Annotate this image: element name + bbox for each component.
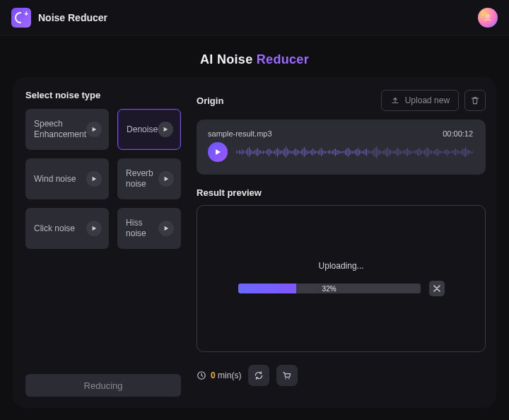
svg-point-0 bbox=[486, 15, 489, 18]
noise-type-label: Hiss noise bbox=[126, 218, 158, 239]
credits-unit: min(s) bbox=[218, 371, 241, 380]
origin-title: Origin bbox=[197, 95, 223, 106]
noise-type-title: Select noise type bbox=[25, 90, 181, 100]
close-icon bbox=[433, 285, 440, 292]
noise-type-label: Wind noise bbox=[34, 174, 76, 185]
noise-type-label: Speech Enhancement bbox=[34, 119, 86, 140]
noise-type-grid: Speech Enhancement Denoise Wind noise Re… bbox=[25, 109, 181, 249]
main-panel: Select noise type Speech Enhancement Den… bbox=[13, 77, 496, 408]
play-icon[interactable] bbox=[158, 171, 174, 187]
refresh-button[interactable] bbox=[248, 365, 269, 386]
upload-status-label: Uploading... bbox=[319, 261, 364, 271]
noise-type-click[interactable]: Click noise bbox=[25, 208, 109, 249]
noise-type-hiss[interactable]: Hiss noise bbox=[117, 208, 181, 249]
play-icon[interactable] bbox=[86, 221, 102, 236]
app-name: Noise Reducer bbox=[38, 12, 107, 23]
user-icon bbox=[484, 13, 492, 22]
origin-play-button[interactable] bbox=[208, 142, 228, 162]
result-title: Result preview bbox=[197, 187, 486, 198]
play-icon[interactable] bbox=[158, 122, 173, 137]
page-title: AI Noise Reducer bbox=[0, 35, 509, 77]
cart-icon bbox=[282, 371, 292, 380]
right-panel: Origin Upload new sample-result.mp3 00:0… bbox=[197, 90, 486, 397]
noise-type-denoise[interactable]: Denoise bbox=[117, 109, 181, 150]
play-icon[interactable] bbox=[86, 171, 102, 187]
clock-icon bbox=[197, 371, 206, 380]
trash-icon bbox=[470, 95, 480, 105]
svg-point-3 bbox=[289, 378, 291, 380]
reduce-button[interactable]: Reducing bbox=[25, 374, 181, 397]
app-logo: + bbox=[11, 8, 31, 28]
upload-new-label: Upload new bbox=[405, 95, 450, 105]
brand: + Noise Reducer bbox=[11, 8, 107, 28]
avatar[interactable] bbox=[478, 8, 498, 28]
progress-percent: 32% bbox=[322, 285, 337, 293]
cart-button[interactable] bbox=[276, 365, 298, 386]
left-panel: Select noise type Speech Enhancement Den… bbox=[25, 90, 181, 397]
origin-header: Origin Upload new bbox=[197, 90, 486, 111]
noise-type-wind[interactable]: Wind noise bbox=[25, 158, 109, 199]
noise-type-label: Reverb noise bbox=[126, 168, 158, 189]
origin-audio-card: sample-result.mp3 00:00:12 bbox=[197, 119, 486, 175]
refresh-icon bbox=[254, 371, 264, 380]
noise-type-speech-enhancement[interactable]: Speech Enhancement bbox=[25, 109, 109, 150]
progress-row: 32% bbox=[238, 281, 445, 296]
noise-type-label: Click noise bbox=[34, 223, 75, 234]
topbar: + Noise Reducer bbox=[0, 0, 509, 35]
origin-actions: Upload new bbox=[381, 90, 486, 111]
upload-new-button[interactable]: Upload new bbox=[381, 90, 459, 111]
progress-bar: 32% bbox=[238, 284, 421, 293]
noise-type-label: Denoise bbox=[127, 124, 158, 135]
progress-fill bbox=[238, 284, 297, 293]
credits-row: 0 min(s) bbox=[197, 365, 486, 386]
origin-duration: 00:00:12 bbox=[443, 129, 473, 138]
credits-amount: 0 bbox=[211, 371, 216, 380]
play-icon[interactable] bbox=[158, 221, 174, 236]
play-icon[interactable] bbox=[86, 122, 102, 137]
play-icon bbox=[214, 148, 221, 156]
cancel-upload-button[interactable] bbox=[429, 281, 445, 296]
delete-button[interactable] bbox=[464, 90, 486, 111]
origin-file-name: sample-result.mp3 bbox=[208, 129, 271, 138]
svg-point-2 bbox=[286, 378, 287, 380]
noise-type-reverb[interactable]: Reverb noise bbox=[117, 158, 181, 199]
result-preview-box: Uploading... 32% bbox=[197, 205, 486, 352]
waveform[interactable] bbox=[236, 142, 473, 162]
credits-display: 0 min(s) bbox=[197, 371, 241, 380]
upload-icon bbox=[390, 95, 400, 105]
